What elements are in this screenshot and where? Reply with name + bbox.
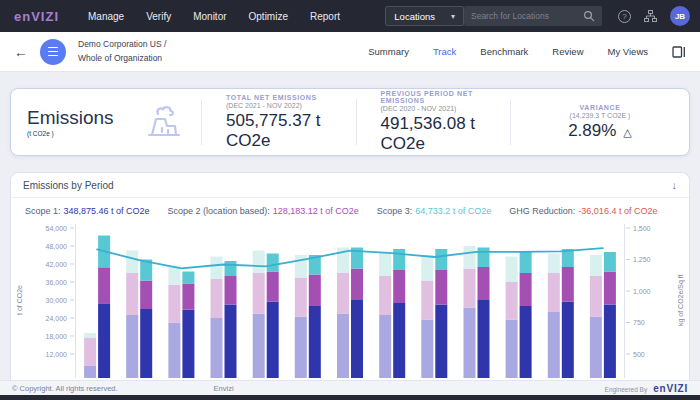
svg-text:42,000: 42,000 — [46, 261, 68, 268]
legend-scope-1[interactable]: Scope 1:348,875.46 t of CO2e — [25, 206, 150, 216]
legend-scope-2[interactable]: Scope 2 (location based):128,183.12 t of… — [168, 206, 359, 216]
chart-legend: Scope 1:348,875.46 t of CO2e Scope 2 (lo… — [11, 198, 689, 218]
legend-ghg-reduction[interactable]: GHG Reduction:-36,016.4 t of CO2e — [509, 206, 657, 216]
metric-period: (14,239.3 T CO2E ) — [570, 112, 631, 119]
search-icon[interactable] — [583, 10, 595, 22]
nav-item-monitor[interactable]: Monitor — [182, 11, 237, 22]
total-net-emissions: TOTAL NET EMISSIONS (DEC 2021 - NOV 2022… — [202, 89, 356, 155]
sitemap-icon[interactable] — [644, 10, 657, 22]
breadcrumb-scope[interactable]: Whole of Organization — [78, 52, 166, 66]
breadcrumb[interactable]: Demo Corporation US / Whole of Organizat… — [78, 38, 166, 65]
svg-text:1,000: 1,000 — [633, 288, 651, 295]
legend-scope-3[interactable]: Scope 3:64,733.2 t of CO2e — [377, 206, 492, 216]
tab-benchmark[interactable]: Benchmark — [480, 46, 528, 57]
envizi-dashboard: enVIZI Manage Verify Monitor Optimize Re… — [0, 0, 700, 400]
help-icon[interactable]: ? — [618, 10, 631, 23]
footer: © Copyright. All rights reserved. Envizi… — [0, 380, 700, 395]
card-subtitle: (t CO2e ) — [27, 130, 114, 137]
emissions-summary-card: Emissions (t CO2e ) TOTAL NET EMISSIONS — [10, 88, 690, 156]
metric-period: (DEC 2020 - NOV 2021) — [381, 105, 487, 112]
emissions-chart: 54,00048,00042,00036,00030,00024,00018,0… — [26, 220, 674, 378]
location-search[interactable] — [464, 6, 602, 26]
card-title: Emissions — [27, 107, 114, 129]
chart-area: t of CO2e 54,00048,00042,00036,00030,000… — [11, 218, 689, 380]
navbar-icon-group: ? JB — [618, 6, 690, 26]
hamburger-icon — [48, 47, 58, 49]
envizi-logo: enVIZI — [14, 9, 59, 24]
svg-text:24,000: 24,000 — [46, 315, 68, 322]
subheader: ← Demo Corporation US / Whole of Organiz… — [0, 32, 700, 72]
svg-text:12,000: 12,000 — [46, 351, 68, 358]
back-arrow-icon[interactable]: ← — [14, 44, 28, 60]
previous-period-net-emissions: PREVIOUS PERIOD NET EMISSIONS (DEC 2020 … — [357, 89, 511, 155]
engineered-by: Engineered By enVIZI — [605, 383, 688, 394]
copyright-text: © Copyright. All rights reserved. — [12, 384, 118, 393]
engineered-by-label: Engineered By — [605, 386, 648, 393]
variance-up-icon: △ — [623, 126, 631, 138]
panel-title: Emissions by Period — [23, 180, 114, 191]
tab-my-views[interactable]: My Views — [608, 46, 648, 57]
nav-item-report[interactable]: Report — [299, 11, 351, 22]
panel-header: Emissions by Period ↓ — [11, 173, 689, 198]
factory-icon — [143, 105, 185, 139]
variance-metric: VARIANCE (14,239.3 T CO2E ) 2.89%△ — [511, 89, 689, 155]
top-navbar: enVIZI Manage Verify Monitor Optimize Re… — [0, 0, 700, 32]
nav-item-optimize[interactable]: Optimize — [238, 11, 299, 22]
emissions-card-title-section: Emissions (t CO2e ) — [11, 89, 201, 155]
panel-toggle-icon[interactable] — [672, 46, 686, 58]
main-content: Emissions (t CO2e ) TOTAL NET EMISSIONS — [0, 72, 700, 380]
nav-item-manage[interactable]: Manage — [77, 11, 135, 22]
metric-value: 2.89%△ — [568, 121, 632, 141]
org-menu-button[interactable] — [40, 39, 66, 65]
svg-text:54,000: 54,000 — [46, 225, 68, 232]
footer-product-name: Envizi — [214, 384, 234, 393]
envizi-footer-logo: enVIZI — [653, 383, 688, 394]
download-icon[interactable]: ↓ — [672, 180, 678, 191]
nav-item-verify[interactable]: Verify — [135, 11, 182, 22]
right-axis-title: kg of CO2e/Sq ft — [674, 220, 687, 380]
svg-text:30,000: 30,000 — [46, 297, 68, 304]
svg-text:18,000: 18,000 — [46, 333, 68, 340]
svg-text:48,000: 48,000 — [46, 243, 68, 250]
metric-label: TOTAL NET EMISSIONS — [226, 94, 332, 101]
metric-value: 491,536.08 t CO2e — [381, 114, 487, 154]
metric-label: PREVIOUS PERIOD NET EMISSIONS — [381, 90, 487, 104]
user-avatar[interactable]: JB — [670, 6, 690, 26]
svg-text:1,500: 1,500 — [633, 225, 651, 232]
search-input[interactable] — [471, 11, 576, 21]
breadcrumb-org[interactable]: Demo Corporation US / — [78, 38, 166, 52]
tab-review[interactable]: Review — [552, 46, 583, 57]
metric-label: VARIANCE — [580, 104, 621, 111]
svg-text:1,250: 1,250 — [633, 256, 651, 263]
svg-text:36,000: 36,000 — [46, 279, 68, 286]
svg-text:750: 750 — [633, 319, 645, 326]
metric-value: 505,775.37 t CO2e — [226, 111, 332, 151]
locations-dropdown[interactable]: Locations ▾ — [385, 6, 464, 26]
view-tabs: Summary Track Benchmark Review My Views — [368, 46, 686, 58]
emissions-by-period-panel: Emissions by Period ↓ Scope 1:348,875.46… — [10, 172, 690, 380]
tab-summary[interactable]: Summary — [368, 46, 409, 57]
tab-track[interactable]: Track — [433, 46, 456, 57]
svg-text:500: 500 — [633, 351, 645, 358]
locations-dropdown-label: Locations — [394, 11, 435, 22]
bottom-strip — [0, 395, 700, 400]
metric-period: (DEC 2021 - NOV 2022) — [226, 102, 332, 109]
chevron-down-icon: ▾ — [451, 12, 455, 21]
left-axis-title: t of CO2e — [13, 220, 26, 380]
